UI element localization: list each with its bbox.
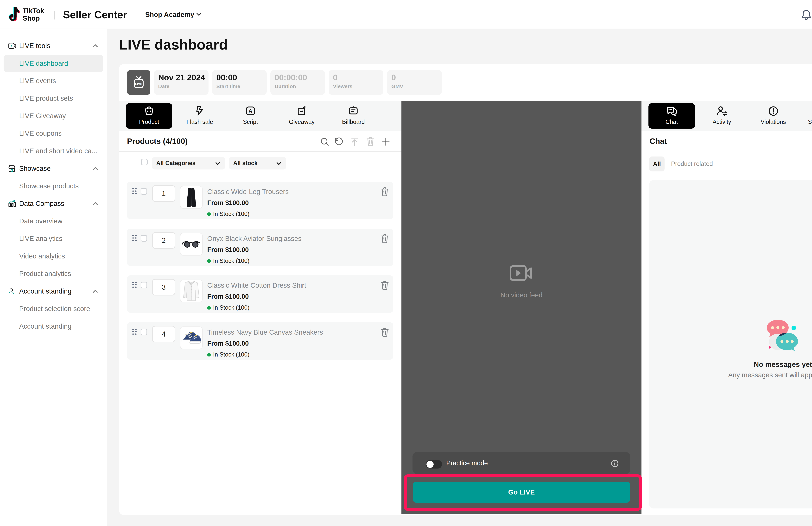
svg-text:LIVE: LIVE [135, 82, 143, 86]
svg-text:A: A [248, 108, 252, 114]
